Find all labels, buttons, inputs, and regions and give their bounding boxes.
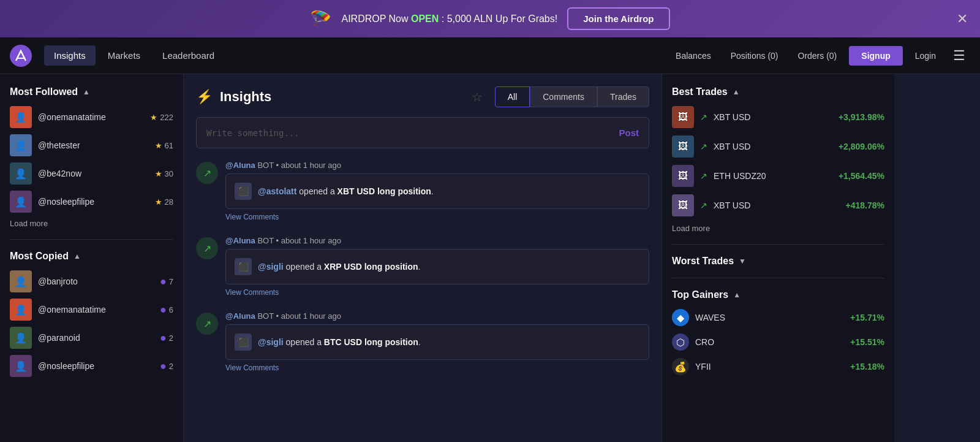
feed-item: ↗ @Aluna BOT • about 1 hour ago ⬛ @sigli…	[196, 236, 649, 297]
star-icon: ★	[150, 113, 157, 122]
parachute-icon: 🪂	[310, 9, 331, 29]
list-item[interactable]: 👤 @be42now ★ 30	[10, 162, 173, 185]
gainer-item: ◆ WAVES +15.71%	[672, 309, 884, 326]
trade-item: 🖼 ↗ ETH USDZ20 +1,564.45%	[672, 165, 884, 187]
navbar: Insights Markets Leaderboard Balances Po…	[0, 37, 980, 74]
section-divider	[10, 239, 173, 240]
card-text: @sigli opened a BTC USD long position.	[258, 337, 421, 347]
trend-up-icon: ↗	[203, 167, 211, 179]
feed-item-content: @Aluna BOT • about 1 hour ago ⬛ @astolat…	[225, 161, 649, 221]
user-stat: ★ 222	[150, 113, 173, 122]
feed-item-card: ⬛ @sigli opened a BTC USD long position.	[225, 324, 649, 360]
feed-item-icon: ↗	[196, 237, 218, 259]
avatar: 👤	[10, 162, 32, 185]
user-stat: ★ 61	[155, 141, 173, 150]
top-gainers-title: Top Gainers ▲	[672, 289, 884, 300]
feed-item-card: ⬛ @astolatt opened a XBT USD long positi…	[225, 173, 649, 209]
list-item[interactable]: 👤 @banjroto ● 7	[10, 270, 173, 292]
join-airdrop-button[interactable]: Join the Airdrop	[567, 7, 669, 30]
list-item[interactable]: 👤 @onemanatatime ● 6	[10, 299, 173, 321]
balances-link[interactable]: Balances	[668, 46, 718, 66]
close-banner-button[interactable]: ✕	[957, 11, 968, 27]
best-trades-load-more[interactable]: Load more	[672, 224, 884, 233]
card-bold: XRP USD long position	[324, 262, 418, 272]
feed-item-card: ⬛ @sigli opened a XRP USD long position.	[225, 249, 649, 284]
card-bold: BTC USD long position	[324, 337, 418, 347]
list-item[interactable]: 👤 @nosleepfilipe ★ 28	[10, 191, 173, 213]
hamburger-menu-button[interactable]: ☰	[948, 45, 970, 66]
user-stat: ● 6	[160, 303, 173, 316]
tab-all[interactable]: All	[495, 86, 530, 107]
star-button[interactable]: ☆	[472, 90, 483, 104]
avatar: 👤	[10, 106, 32, 128]
nav-insights[interactable]: Insights	[44, 45, 96, 66]
post-button[interactable]: Post	[619, 128, 639, 138]
trade-pair: ETH USDZ20	[714, 171, 832, 181]
feed-badge: BOT • about 1 hour ago	[257, 236, 341, 245]
list-item[interactable]: 👤 @paranoid ● 2	[10, 327, 173, 349]
list-item[interactable]: 👤 @thetester ★ 61	[10, 134, 173, 156]
user-stat: ● 2	[160, 332, 173, 345]
avatar: 👤	[10, 327, 32, 349]
airdrop-text: AIRDROP Now OPEN : 5,000 ALN Up For Grab…	[341, 13, 557, 25]
view-comments-link[interactable]: View Comments	[225, 364, 649, 372]
card-user: @sigli	[258, 262, 284, 272]
trade-pair: XBT USD	[714, 112, 832, 122]
avatar: 👤	[10, 299, 32, 321]
gainer-pct: +15.18%	[850, 362, 884, 372]
worst-trades-chevron-icon[interactable]: ▼	[739, 257, 746, 265]
trade-avatar: 🖼	[672, 194, 694, 216]
orders-link[interactable]: Orders (0)	[791, 46, 845, 66]
view-comments-link[interactable]: View Comments	[225, 213, 649, 221]
positions-link[interactable]: Positions (0)	[723, 46, 786, 66]
card-text: @astolatt opened a XBT USD long position…	[258, 186, 434, 196]
view-comments-link[interactable]: View Comments	[225, 288, 649, 297]
login-link[interactable]: Login	[908, 46, 943, 66]
tab-comments[interactable]: Comments	[530, 86, 597, 107]
trend-up-icon: ↗	[700, 200, 707, 210]
tab-trades[interactable]: Trades	[597, 86, 649, 107]
best-trades-list: 🖼 ↗ XBT USD +3,913.98% 🖼 ↗ XBT USD +2,80…	[672, 106, 884, 216]
card-user-icon: ⬛	[235, 333, 252, 351]
user-stat: ★ 30	[155, 169, 173, 178]
gainer-name: CRO	[695, 337, 844, 347]
feed-title: Insights	[220, 89, 271, 105]
star-icon: ★	[155, 169, 162, 178]
feed-header: ⚡ Insights ☆ All Comments Trades	[196, 86, 649, 107]
list-item[interactable]: 👤 @nosleepfilipe ● 2	[10, 355, 173, 377]
most-followed-load-more[interactable]: Load more	[10, 219, 173, 228]
airdrop-banner: 🪂 AIRDROP Now OPEN : 5,000 ALN Up For Gr…	[0, 0, 980, 37]
user-stat: ● 2	[160, 360, 173, 373]
feed-item-icon: ↗	[196, 162, 218, 184]
list-item[interactable]: 👤 @onemanatatime ★ 222	[10, 106, 173, 128]
feed-item-meta: @Aluna BOT • about 1 hour ago	[225, 311, 649, 321]
gainer-item: ⬡ CRO +15.51%	[672, 333, 884, 351]
signup-button[interactable]: Signup	[849, 46, 902, 66]
trade-item: 🖼 ↗ XBT USD +3,913.98%	[672, 106, 884, 128]
gainer-icon: 💰	[672, 358, 689, 375]
nav-markets[interactable]: Markets	[98, 45, 150, 66]
user-name: @onemanatatime	[38, 305, 154, 314]
trade-pct: +3,913.98%	[839, 112, 884, 122]
trade-pct: +2,809.06%	[839, 142, 884, 151]
feed-author: @Aluna	[225, 236, 255, 245]
feed-author: @Aluna	[225, 311, 255, 321]
center-feed: ⚡ Insights ☆ All Comments Trades Write s…	[184, 74, 662, 442]
avatar: 👤	[10, 355, 32, 377]
top-gainers-chevron-icon[interactable]: ▲	[733, 291, 741, 299]
logo[interactable]	[10, 45, 32, 67]
gainer-icon: ◆	[672, 309, 689, 326]
right-sidebar: Best Trades ▲ 🖼 ↗ XBT USD +3,913.98% 🖼 ↗…	[662, 74, 894, 442]
nav-leaderboard[interactable]: Leaderboard	[153, 45, 224, 66]
trend-up-icon: ↗	[700, 112, 707, 122]
best-trades-chevron-icon[interactable]: ▲	[733, 88, 740, 96]
avatar: 👤	[10, 191, 32, 213]
gainer-pct: +15.71%	[850, 313, 884, 322]
most-copied-list: 👤 @banjroto ● 7 👤 @onemanatatime ● 6 👤 @…	[10, 270, 173, 377]
trade-pair: XBT USD	[714, 200, 840, 210]
trend-up-icon: ↗	[203, 243, 211, 254]
feed-item-meta: @Aluna BOT • about 1 hour ago	[225, 161, 649, 170]
trade-avatar: 🖼	[672, 135, 694, 158]
feed-tabs: All Comments Trades	[495, 86, 649, 107]
most-followed-title: Most Followed ▲	[10, 86, 173, 97]
